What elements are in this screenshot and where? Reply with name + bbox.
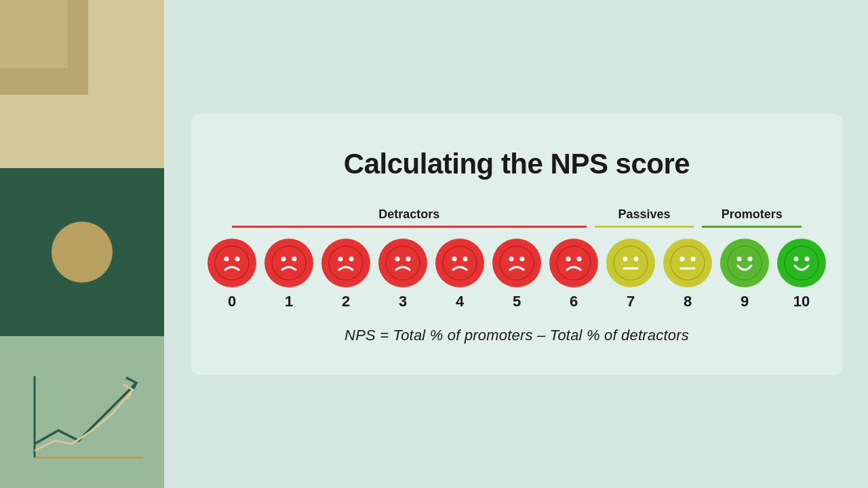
svg-point-15 [452,256,457,261]
sad-face-icon-5 [499,245,534,281]
sad-face-icon-0 [214,245,250,281]
svg-point-28 [680,256,685,261]
sidebar [0,0,164,488]
root-container: Calculating the NPS score Detractors Pas… [0,0,868,488]
sad-face-icon-4 [442,245,477,281]
score-item-2: 2 [321,239,370,310]
svg-point-34 [785,246,818,280]
svg-point-11 [386,246,420,280]
svg-point-20 [557,246,591,280]
detractors-label: Detractors [378,207,439,222]
svg-point-21 [566,256,571,261]
detractors-underline [232,226,587,228]
svg-point-25 [634,256,639,261]
score-item-9: 9 [720,239,769,310]
face-3 [378,239,427,287]
svg-point-2 [215,246,249,280]
content-card: Calculating the NPS score Detractors Pas… [191,114,842,375]
svg-point-12 [395,256,400,261]
svg-point-16 [463,256,468,261]
face-2 [321,239,370,287]
sad-face-icon-3 [385,245,420,281]
svg-point-23 [614,246,648,280]
face-8 [663,239,712,287]
detractors-group: Detractors [232,207,587,228]
sad-face-icon-2 [328,245,363,281]
score-item-8: 8 [663,239,712,310]
face-9 [720,239,769,287]
svg-point-9 [338,256,343,261]
face-4 [435,239,484,287]
svg-point-7 [292,256,297,261]
score-item-7: 7 [606,239,655,310]
svg-point-35 [794,256,799,261]
svg-point-36 [805,256,810,261]
score-number-0: 0 [228,293,236,310]
score-item-4: 4 [435,239,484,310]
nps-formula: NPS = Total % of promoters – Total % of … [232,327,802,344]
sidebar-bottom-section [0,336,164,488]
score-item-3: 3 [378,239,427,310]
category-labels-row: Detractors Passives Promoters [232,207,802,228]
score-number-9: 9 [741,293,749,310]
score-number-7: 7 [627,293,635,310]
face-10 [777,239,826,287]
score-number-8: 8 [684,293,692,310]
svg-point-5 [272,246,306,280]
svg-point-33 [748,256,753,261]
faces-row: 0 1 [232,239,802,310]
main-content: Calculating the NPS score Detractors Pas… [164,0,868,488]
score-number-3: 3 [399,293,407,310]
score-number-2: 2 [342,293,350,310]
score-number-6: 6 [570,293,578,310]
promoters-label: Promoters [722,207,783,222]
passives-label: Passives [618,207,670,222]
chart-icon [18,363,146,474]
svg-point-17 [500,246,534,280]
svg-point-8 [329,246,363,280]
sidebar-mid-section [0,168,164,336]
passives-group: Passives [595,207,694,228]
svg-point-13 [406,256,411,261]
svg-point-18 [509,256,514,261]
page-title: Calculating the NPS score [232,148,802,180]
sidebar-deco-block2 [0,0,68,68]
face-6 [549,239,598,287]
svg-point-6 [281,256,286,261]
svg-point-31 [728,246,762,280]
passives-underline [595,226,694,228]
score-item-10: 10 [777,239,826,310]
score-item-5: 5 [492,239,541,310]
happy-face-icon-9 [727,245,762,281]
svg-point-14 [443,246,477,280]
svg-point-32 [737,256,742,261]
score-number-5: 5 [513,293,521,310]
face-1 [264,239,313,287]
score-number-1: 1 [285,293,293,310]
svg-point-10 [349,256,354,261]
svg-point-22 [577,256,582,261]
svg-point-19 [520,256,525,261]
svg-point-29 [691,256,696,261]
score-item-0: 0 [208,239,256,310]
score-number-4: 4 [456,293,464,310]
sidebar-circle-decoration [52,222,113,283]
face-5 [492,239,541,287]
neutral-face-icon-8 [670,245,705,281]
score-number-10: 10 [793,293,810,310]
sad-face-icon-1 [271,245,307,281]
happy-face-icon-10 [784,245,819,281]
sad-face-icon-6 [556,245,591,281]
score-item-6: 6 [549,239,598,310]
neutral-face-icon-7 [613,245,648,281]
face-0 [208,239,256,287]
score-item-1: 1 [264,239,313,310]
svg-point-4 [235,256,240,261]
svg-point-24 [623,256,628,261]
face-7 [606,239,655,287]
svg-point-3 [224,256,229,261]
promoters-underline [702,226,802,228]
svg-point-27 [671,246,705,280]
promoters-group: Promoters [702,207,802,228]
sidebar-top-section [0,0,164,168]
